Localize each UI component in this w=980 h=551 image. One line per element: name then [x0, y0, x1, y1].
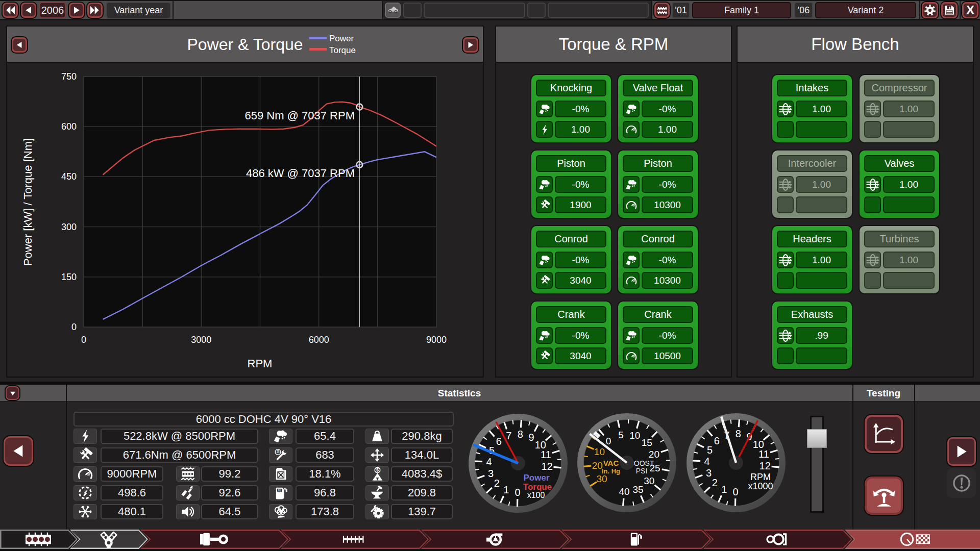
svg-text:6000: 6000 [309, 335, 329, 345]
svg-text:$: $ [376, 467, 379, 472]
svg-text:486 kW @ 7037 RPM: 486 kW @ 7037 RPM [246, 167, 355, 180]
svg-text:0: 0 [71, 322, 77, 332]
svg-text:300: 300 [61, 222, 77, 232]
svg-text:600: 600 [61, 121, 77, 132]
svg-text:Power [kW] / Torque [Nm]: Power [kW] / Torque [Nm] [21, 138, 34, 266]
svg-text:659 Nm @ 7037 RPM: 659 Nm @ 7037 RPM [244, 109, 355, 122]
svg-text:0: 0 [81, 335, 86, 345]
svg-text:91: 91 [278, 488, 281, 491]
svg-text:9000: 9000 [426, 335, 447, 345]
svg-text:3000: 3000 [191, 335, 211, 345]
svg-text:RPM: RPM [248, 357, 273, 370]
svg-text:150: 150 [61, 272, 77, 282]
svg-text:750: 750 [61, 71, 77, 82]
svg-text:$: $ [277, 448, 280, 454]
svg-text:450: 450 [61, 171, 77, 182]
